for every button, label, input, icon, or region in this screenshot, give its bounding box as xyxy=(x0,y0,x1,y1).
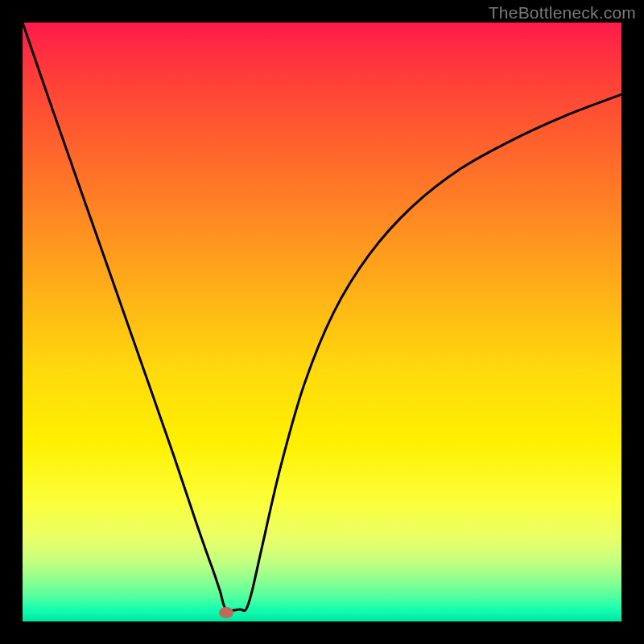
chart-frame: TheBottleneck.com xyxy=(0,0,644,644)
bottleneck-curve xyxy=(23,23,621,611)
watermark-text: TheBottleneck.com xyxy=(489,3,636,23)
curve-svg xyxy=(23,23,621,621)
optimal-point-marker xyxy=(219,607,233,618)
plot-area xyxy=(23,23,621,621)
